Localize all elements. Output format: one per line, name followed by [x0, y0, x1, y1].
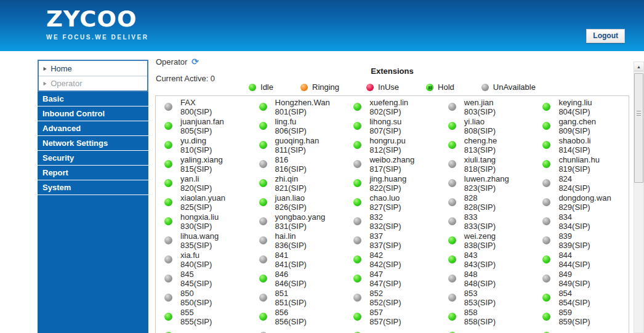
extension-number: 831(SIP) [275, 222, 326, 231]
extension-name: yi.liao [464, 117, 496, 126]
legend-item-idle: Idle [249, 82, 273, 92]
sidebar-item-security[interactable]: Security [38, 151, 148, 166]
sidebar-item-inbound-control[interactable]: Inbound Control [38, 106, 148, 121]
extension-cell: yu.ding810(SIP) [156, 135, 251, 154]
extension-name: 854 [558, 289, 590, 298]
scrollbar[interactable]: ▲ [634, 62, 644, 333]
extension-number: 853(SIP) [464, 298, 496, 307]
idle-status-icon [164, 198, 172, 206]
extension-info: 833833(SIP) [464, 212, 496, 231]
extension-cell: 855855(SIP) [156, 307, 251, 326]
extension-number: 828(SIP) [464, 203, 496, 212]
extension-cell: 859859(SIP) [534, 307, 629, 326]
idle-status-icon [164, 122, 172, 130]
extension-number: 839(SIP) [558, 241, 590, 250]
idle-status-icon [259, 179, 267, 187]
sidebar-item-basic[interactable]: Basic [38, 92, 148, 106]
extension-name: xuefeng.lin [369, 98, 408, 107]
extension-info: zhi.qin821(SIP) [275, 174, 307, 193]
unavailable-status-icon [542, 275, 550, 283]
idle-status-icon [353, 313, 361, 321]
sidebar-item-home[interactable]: ▶Home [39, 61, 147, 76]
extension-info: wen.jian803(SIP) [464, 98, 496, 116]
idle-status-icon [353, 275, 361, 283]
scrollbar-grip [637, 111, 641, 116]
extension-number: 841(SIP) [275, 260, 307, 269]
extension-info: hai.lin836(SIP) [275, 231, 307, 250]
extension-cell: wei.zeng838(SIP) [440, 231, 534, 250]
idle-status-icon [542, 294, 550, 302]
extension-cell: xiuli.tang818(SIP) [440, 154, 534, 174]
refresh-icon[interactable]: ⟳ [191, 57, 199, 66]
extension-name: guoqing.han [275, 136, 320, 145]
scroll-up-icon[interactable]: ▲ [634, 62, 643, 71]
extension-info: hongru.pu812(SIP) [369, 136, 406, 154]
extension-name: 846 [275, 270, 307, 279]
extension-info: 843843(SIP) [464, 251, 496, 269]
extension-cell: xuefeng.lin802(SIP) [345, 97, 440, 116]
extension-name: juanjuan.fan [180, 117, 224, 126]
logout-button[interactable]: Logout [586, 29, 625, 43]
extension-cell: wen.jian803(SIP) [440, 97, 534, 116]
extension-cell: zhi.qin821(SIP) [251, 174, 345, 193]
extension-number: 858(SIP) [464, 317, 496, 326]
extension-number: 806(SIP) [275, 126, 307, 135]
extension-number: 854(SIP) [558, 298, 590, 307]
sidebar-item-operator[interactable]: ▶Operator [39, 76, 147, 90]
extension-cell: hongru.pu812(SIP) [345, 135, 440, 154]
extension-name: Hongzhen.Wan [275, 98, 330, 107]
idle-status-icon [542, 160, 550, 168]
extension-info: 842842(SIP) [369, 251, 401, 269]
idle-status-icon [542, 122, 550, 130]
extension-info: 816816(SIP) [275, 155, 307, 174]
extension-info: xia.fu840(SIP) [180, 251, 212, 269]
extension-name: luwen.zhang [464, 174, 509, 183]
sidebar-item-label: Operator [50, 79, 82, 88]
extension-info: 841841(SIP) [275, 251, 307, 269]
unavailable-status-icon [164, 103, 172, 111]
unavailable-status-icon [542, 179, 550, 187]
extension-name: 858 [464, 308, 496, 317]
sidebar-top-group: ▶Home▶Operator [38, 60, 148, 92]
extension-name: gang.chen [558, 117, 596, 126]
extension-name: juan.liao [275, 193, 307, 203]
extension-number: 800(SIP) [180, 107, 212, 116]
extension-number: 817(SIP) [369, 164, 414, 174]
unavailable-status-icon [542, 198, 550, 206]
extension-number: 818(SIP) [464, 164, 496, 174]
extension-number: 838(SIP) [464, 241, 496, 250]
unavailable-status-icon [259, 236, 267, 244]
idle-status-icon [164, 313, 172, 321]
sidebar-item-advanced[interactable]: Advanced [38, 121, 148, 136]
extension-info: xiuli.tang818(SIP) [464, 155, 496, 174]
extension-cell: 843843(SIP) [440, 250, 534, 269]
sidebar-item-report[interactable]: Report [38, 166, 148, 180]
extension-cell: ling.fu806(SIP) [251, 116, 345, 135]
idle-status-icon [353, 122, 361, 130]
extension-cell: 837837(SIP) [345, 231, 440, 250]
scrollbar-thumb[interactable] [634, 73, 643, 183]
extension-info: luwen.zhang823(SIP) [464, 174, 509, 193]
idle-status-icon [249, 84, 256, 91]
extension-number: 816(SIP) [275, 164, 307, 174]
extension-name: 839 [558, 231, 590, 241]
extension-number: 821(SIP) [275, 183, 307, 193]
idle-status-icon [259, 103, 267, 111]
extension-info: 851851(SIP) [275, 289, 307, 307]
idle-status-icon [448, 236, 456, 244]
extension-info: 845845(SIP) [180, 270, 212, 288]
extension-name: 853 [464, 289, 496, 298]
extension-cell: jing.huang822(SIP) [345, 174, 440, 193]
sidebar-item-network-settings[interactable]: Network Settings [38, 136, 148, 151]
extension-name: xiuli.tang [464, 155, 496, 164]
extension-number: 843(SIP) [464, 260, 496, 269]
extensions-grid: FAX800(SIP)Hongzhen.Wan801(SIP)xuefeng.l… [156, 96, 629, 333]
idle-status-icon [353, 179, 361, 187]
extension-number: 804(SIP) [558, 107, 592, 116]
extension-name: ling.fu [275, 117, 307, 126]
extension-name: wen.jian [464, 98, 496, 107]
sidebar-item-system[interactable]: System [38, 180, 148, 195]
extension-info: juanjuan.fan805(SIP) [180, 117, 224, 135]
extension-cell: 860 [156, 326, 251, 333]
idle-status-icon [448, 122, 456, 130]
